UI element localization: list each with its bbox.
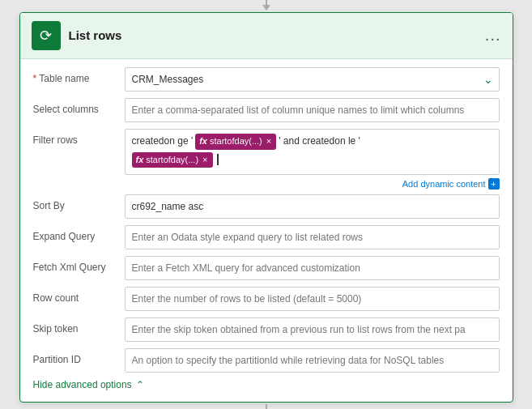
skip-token-label: Skip token — [33, 317, 118, 334]
filter-badge-1-text: startofday(...) — [210, 134, 262, 149]
skip-token-row: Skip token — [33, 317, 500, 342]
partition-id-label: Partition ID — [33, 348, 118, 365]
chevron-up-icon: ⌃ — [136, 379, 144, 390]
table-name-select[interactable]: CRM_Messages — [125, 67, 500, 92]
filter-line-2: fx startofday(...) × — [132, 152, 492, 168]
select-columns-label: Select columns — [33, 98, 118, 115]
filter-line-1: createdon ge ' fx startofday(...) × ' an… — [132, 134, 492, 150]
skip-token-input[interactable] — [125, 317, 500, 342]
add-dynamic-content-button[interactable]: Add dynamic content + — [402, 178, 500, 190]
card-title: List rows — [69, 28, 122, 42]
partition-id-input[interactable] — [125, 348, 500, 373]
filter-text-2: ' and createdon le ' — [279, 134, 360, 149]
hide-advanced-options-button[interactable]: Hide advanced options ⌃ — [33, 379, 500, 390]
expand-query-label: Expand Query — [33, 225, 118, 242]
sort-by-label: Sort By — [33, 194, 118, 211]
table-name-row: Table name CRM_Messages ⌄ — [33, 67, 500, 92]
more-options-button[interactable]: ... — [485, 26, 501, 45]
list-rows-card: ⟳ List rows ... Table name CRM_Messages … — [19, 12, 513, 403]
text-cursor — [217, 154, 219, 165]
hide-advanced-label: Hide advanced options — [33, 379, 132, 390]
expand-query-row: Expand Query — [33, 225, 500, 249]
logo-icon: ⟳ — [40, 27, 52, 45]
filter-badge-1-close[interactable]: × — [266, 134, 271, 149]
logo-box: ⟳ — [32, 21, 61, 50]
row-count-input[interactable] — [125, 287, 500, 311]
filter-rows-input[interactable]: createdon ge ' fx startofday(...) × ' an… — [125, 129, 500, 175]
sort-by-row: Sort By — [33, 194, 500, 219]
fetch-xml-query-row: Fetch Xml Query — [33, 256, 500, 280]
table-name-select-wrapper: CRM_Messages ⌄ — [125, 67, 500, 92]
dynamic-content-row: Add dynamic content + — [33, 178, 500, 190]
filter-rows-label: Filter rows — [33, 129, 118, 146]
card-body: Table name CRM_Messages ⌄ Select columns… — [20, 59, 513, 402]
select-columns-input[interactable] — [125, 98, 500, 122]
sort-by-input[interactable] — [125, 194, 500, 219]
header-left: ⟳ List rows — [32, 21, 122, 50]
partition-id-row: Partition ID — [33, 348, 500, 373]
filter-badge-2-text: startofday(...) — [146, 153, 198, 168]
fx-icon-1: fx — [199, 134, 207, 149]
filter-rows-row: Filter rows createdon ge ' fx startofday… — [33, 129, 500, 175]
filter-badge-1[interactable]: fx startofday(...) × — [195, 134, 276, 150]
expand-query-input[interactable] — [125, 225, 500, 249]
fetch-xml-query-input[interactable] — [125, 256, 500, 280]
filter-text-1: createdon ge ' — [132, 134, 194, 149]
select-columns-row: Select columns — [33, 98, 500, 122]
row-count-row: Row count — [33, 287, 500, 311]
card-header: ⟳ List rows ... — [20, 13, 513, 59]
dynamic-content-label: Add dynamic content — [402, 179, 486, 189]
fx-icon-2: fx — [136, 153, 144, 168]
filter-badge-2-close[interactable]: × — [202, 153, 207, 168]
filter-badge-2[interactable]: fx startofday(...) × — [132, 152, 213, 168]
fetch-xml-query-label: Fetch Xml Query — [33, 256, 118, 273]
table-name-label: Table name — [33, 67, 118, 84]
dynamic-plus-icon: + — [488, 178, 500, 190]
row-count-label: Row count — [33, 287, 118, 304]
